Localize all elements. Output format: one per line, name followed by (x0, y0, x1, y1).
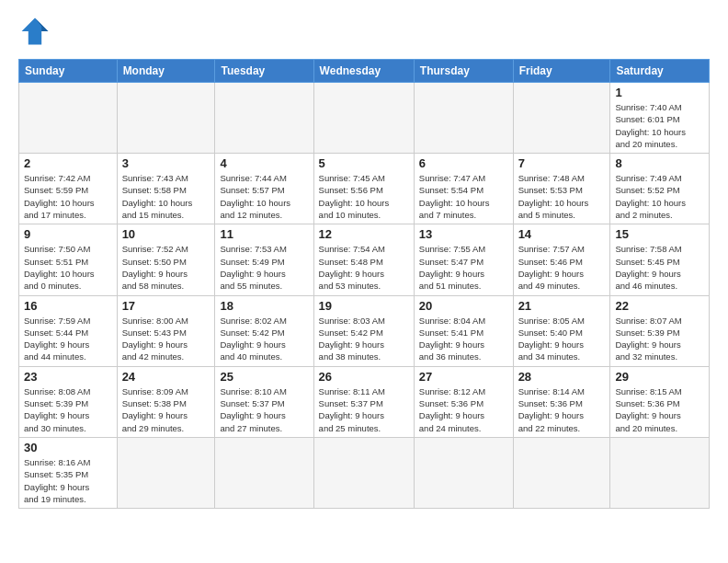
day-number: 27 (419, 370, 508, 384)
calendar-cell: 15Sunrise: 7:58 AM Sunset: 5:45 PM Dayli… (610, 224, 710, 295)
day-number: 15 (615, 227, 704, 241)
calendar-cell: 24Sunrise: 8:09 AM Sunset: 5:38 PM Dayli… (117, 366, 215, 437)
day-info: Sunrise: 8:08 AM Sunset: 5:39 PM Dayligh… (24, 385, 112, 434)
calendar-cell (19, 83, 118, 154)
weekday-header-monday: Monday (117, 60, 215, 83)
day-info: Sunrise: 8:14 AM Sunset: 5:36 PM Dayligh… (518, 385, 606, 434)
day-info: Sunrise: 8:05 AM Sunset: 5:40 PM Dayligh… (518, 315, 606, 363)
day-number: 30 (24, 441, 112, 454)
calendar-cell: 23Sunrise: 8:08 AM Sunset: 5:39 PM Dayli… (19, 366, 118, 437)
day-info: Sunrise: 8:09 AM Sunset: 5:38 PM Dayligh… (122, 385, 210, 434)
calendar-cell (610, 437, 710, 508)
calendar-cell (513, 83, 610, 154)
weekday-header-sunday: Sunday (19, 60, 118, 83)
day-info: Sunrise: 8:10 AM Sunset: 5:37 PM Dayligh… (220, 385, 308, 434)
week-row-2: 2Sunrise: 7:42 AM Sunset: 5:59 PM Daylig… (19, 154, 710, 224)
day-info: Sunrise: 8:16 AM Sunset: 5:35 PM Dayligh… (24, 456, 112, 505)
calendar-cell: 2Sunrise: 7:42 AM Sunset: 5:59 PM Daylig… (19, 154, 118, 224)
day-info: Sunrise: 7:52 AM Sunset: 5:50 PM Dayligh… (122, 243, 210, 292)
calendar-cell: 1Sunrise: 7:40 AM Sunset: 6:01 PM Daylig… (610, 83, 710, 154)
calendar-cell: 8Sunrise: 7:49 AM Sunset: 5:52 PM Daylig… (610, 154, 710, 224)
weekday-header-wednesday: Wednesday (313, 60, 414, 83)
calendar-cell (117, 83, 215, 154)
logo (18, 15, 55, 48)
day-info: Sunrise: 7:55 AM Sunset: 5:47 PM Dayligh… (419, 243, 508, 292)
calendar-cell: 9Sunrise: 7:50 AM Sunset: 5:51 PM Daylig… (19, 224, 118, 295)
weekday-header-row: SundayMondayTuesdayWednesdayThursdayFrid… (19, 60, 710, 83)
day-info: Sunrise: 8:12 AM Sunset: 5:36 PM Dayligh… (419, 385, 508, 434)
calendar-page: SundayMondayTuesdayWednesdayThursdayFrid… (0, 0, 728, 563)
calendar-cell: 4Sunrise: 7:44 AM Sunset: 5:57 PM Daylig… (215, 154, 313, 224)
day-number: 16 (24, 299, 112, 313)
weekday-header-thursday: Thursday (414, 60, 513, 83)
day-number: 25 (220, 370, 308, 384)
day-number: 28 (518, 370, 606, 384)
day-info: Sunrise: 7:59 AM Sunset: 5:44 PM Dayligh… (24, 315, 112, 363)
calendar-cell: 5Sunrise: 7:45 AM Sunset: 5:56 PM Daylig… (313, 154, 414, 224)
calendar-cell: 20Sunrise: 8:04 AM Sunset: 5:41 PM Dayli… (414, 295, 513, 366)
day-number: 26 (319, 370, 409, 384)
weekday-header-tuesday: Tuesday (215, 60, 313, 83)
calendar-cell (215, 437, 313, 508)
day-info: Sunrise: 7:44 AM Sunset: 5:57 PM Dayligh… (220, 172, 308, 221)
logo-icon (18, 15, 51, 48)
calendar-cell (414, 83, 513, 154)
day-info: Sunrise: 8:00 AM Sunset: 5:43 PM Dayligh… (122, 315, 210, 363)
calendar-cell: 12Sunrise: 7:54 AM Sunset: 5:48 PM Dayli… (313, 224, 414, 295)
day-number: 29 (615, 370, 704, 384)
calendar-cell (513, 437, 610, 508)
day-number: 24 (122, 370, 210, 384)
day-number: 3 (122, 156, 210, 170)
calendar-cell: 22Sunrise: 8:07 AM Sunset: 5:39 PM Dayli… (610, 295, 710, 366)
day-number: 14 (518, 227, 606, 241)
week-row-5: 23Sunrise: 8:08 AM Sunset: 5:39 PM Dayli… (19, 366, 710, 437)
calendar-cell: 28Sunrise: 8:14 AM Sunset: 5:36 PM Dayli… (513, 366, 610, 437)
calendar-cell: 10Sunrise: 7:52 AM Sunset: 5:50 PM Dayli… (117, 224, 215, 295)
day-number: 23 (24, 370, 112, 384)
weekday-header-friday: Friday (513, 60, 610, 83)
day-number: 17 (122, 299, 210, 313)
day-number: 18 (220, 299, 308, 313)
day-number: 21 (518, 299, 606, 313)
calendar-cell: 7Sunrise: 7:48 AM Sunset: 5:53 PM Daylig… (513, 154, 610, 224)
day-number: 22 (615, 299, 704, 313)
day-number: 13 (419, 227, 508, 241)
day-number: 10 (122, 227, 210, 241)
calendar-cell: 29Sunrise: 8:15 AM Sunset: 5:36 PM Dayli… (610, 366, 710, 437)
calendar-cell (117, 437, 215, 508)
day-info: Sunrise: 7:53 AM Sunset: 5:49 PM Dayligh… (220, 243, 308, 292)
day-info: Sunrise: 7:47 AM Sunset: 5:54 PM Dayligh… (419, 172, 508, 221)
day-info: Sunrise: 8:04 AM Sunset: 5:41 PM Dayligh… (419, 315, 508, 363)
calendar-cell: 25Sunrise: 8:10 AM Sunset: 5:37 PM Dayli… (215, 366, 313, 437)
day-info: Sunrise: 7:42 AM Sunset: 5:59 PM Dayligh… (24, 172, 112, 221)
day-info: Sunrise: 8:15 AM Sunset: 5:36 PM Dayligh… (615, 385, 704, 434)
day-number: 9 (24, 227, 112, 241)
calendar-cell (414, 437, 513, 508)
calendar-cell (215, 83, 313, 154)
day-number: 4 (220, 156, 308, 170)
day-info: Sunrise: 7:49 AM Sunset: 5:52 PM Dayligh… (615, 172, 704, 221)
week-row-6: 30Sunrise: 8:16 AM Sunset: 5:35 PM Dayli… (19, 437, 710, 508)
day-info: Sunrise: 7:40 AM Sunset: 6:01 PM Dayligh… (615, 101, 704, 150)
day-info: Sunrise: 8:03 AM Sunset: 5:42 PM Dayligh… (319, 315, 409, 363)
day-number: 6 (419, 156, 508, 170)
calendar-cell: 17Sunrise: 8:00 AM Sunset: 5:43 PM Dayli… (117, 295, 215, 366)
calendar-cell: 27Sunrise: 8:12 AM Sunset: 5:36 PM Dayli… (414, 366, 513, 437)
calendar-cell: 14Sunrise: 7:57 AM Sunset: 5:46 PM Dayli… (513, 224, 610, 295)
calendar-cell (313, 83, 414, 154)
calendar-cell: 16Sunrise: 7:59 AM Sunset: 5:44 PM Dayli… (19, 295, 118, 366)
day-number: 7 (518, 156, 606, 170)
day-info: Sunrise: 7:48 AM Sunset: 5:53 PM Dayligh… (518, 172, 606, 221)
day-info: Sunrise: 8:11 AM Sunset: 5:37 PM Dayligh… (319, 385, 409, 434)
calendar-cell: 18Sunrise: 8:02 AM Sunset: 5:42 PM Dayli… (215, 295, 313, 366)
day-number: 19 (319, 299, 409, 313)
day-info: Sunrise: 7:45 AM Sunset: 5:56 PM Dayligh… (319, 172, 409, 221)
day-number: 1 (615, 86, 704, 99)
day-info: Sunrise: 7:54 AM Sunset: 5:48 PM Dayligh… (319, 243, 409, 292)
week-row-1: 1Sunrise: 7:40 AM Sunset: 6:01 PM Daylig… (19, 83, 710, 154)
day-info: Sunrise: 7:57 AM Sunset: 5:46 PM Dayligh… (518, 243, 606, 292)
calendar-cell (313, 437, 414, 508)
calendar-cell: 6Sunrise: 7:47 AM Sunset: 5:54 PM Daylig… (414, 154, 513, 224)
calendar-cell: 19Sunrise: 8:03 AM Sunset: 5:42 PM Dayli… (313, 295, 414, 366)
calendar-cell: 30Sunrise: 8:16 AM Sunset: 5:35 PM Dayli… (19, 437, 118, 508)
